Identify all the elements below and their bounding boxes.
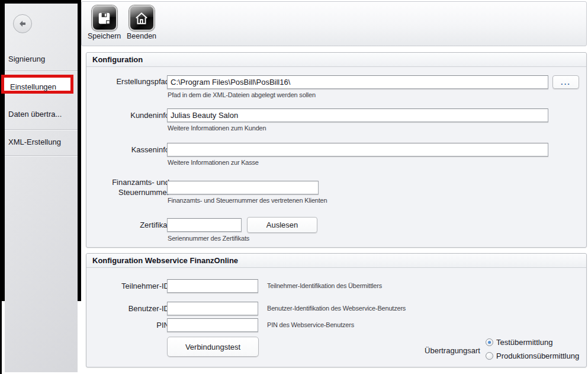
radio-label: Testübermittlung	[496, 338, 552, 347]
erstellungspfad-label: Erstellungspfad	[92, 77, 169, 86]
finanzamt-input[interactable]	[167, 181, 319, 194]
benutzer-id-hint: Benutzer-Identifikation des Webservice-B…	[267, 305, 406, 312]
save-button[interactable]: Speichern	[88, 5, 121, 40]
uebertragungsart-label: Übertragungsart	[385, 346, 480, 355]
sidebar-item-xml-erstellung[interactable]: XML-Erstellung	[5, 134, 78, 151]
app-window: Signierung Einstellungen Daten übertra..…	[0, 0, 588, 374]
group-webservice: Konfiguration Webservice FinanzOnline Te…	[86, 253, 587, 367]
zertifikat-label: Zertifikat	[92, 220, 169, 229]
exit-button-label: Beenden	[127, 32, 156, 40]
kundeninfo-label: Kundeninfo	[92, 111, 169, 120]
teilnehmer-id-label: Teilnehmer-ID	[92, 282, 169, 290]
benutzer-id-input[interactable]	[167, 302, 258, 315]
erstellungspfad-input[interactable]	[167, 75, 548, 89]
finanzamt-label: Finanzamts- und Steuernummer	[92, 177, 169, 197]
sidebar-item-einstellungen annotation-box-einstellungen[interactable]: Einstellungen	[1, 75, 73, 94]
toolbar: Speichern Beenden	[81, 1, 587, 46]
teilnehmer-id-input[interactable]	[167, 279, 258, 293]
zertifikat-hint: Seriennummer des Zertifikats	[168, 235, 249, 242]
window-frame-gap	[78, 0, 81, 301]
save-button-label: Speichern	[88, 32, 121, 40]
window-frame-left-thin	[0, 301, 2, 374]
kundeninfo-input[interactable]	[167, 108, 548, 122]
sidebar-divider	[5, 71, 78, 72]
sidebar-divider	[5, 129, 78, 130]
sidebar-divider	[5, 155, 78, 156]
save-floppy-icon	[92, 5, 117, 31]
radio-option-produktionsuebermittlung[interactable]: Produktionsübermittlung	[486, 351, 579, 360]
kundeninfo-hint: Weitere Informationen zum Kunden	[168, 124, 266, 132]
kasseninfo-hint: Weitere Informationen zur Kasse	[168, 159, 259, 166]
sidebar: Signierung Einstellungen Daten übertra..…	[5, 4, 78, 372]
kasseninfo-label: Kasseninfo	[92, 145, 169, 154]
exit-button[interactable]: Beenden	[127, 5, 156, 40]
sidebar-item-daten-uebertragen[interactable]: Daten übertra...	[5, 106, 78, 123]
pin-label: PIN	[92, 321, 169, 330]
home-icon	[129, 5, 155, 31]
finanzamt-hint: Finanzamts- und Steuernummer des vertret…	[168, 197, 327, 204]
radio-selected-icon	[486, 338, 493, 346]
group-konfiguration-title: Konfiguration	[86, 53, 586, 67]
group-konfiguration: Konfiguration Erstellungspfad ... Pfad i…	[86, 52, 587, 248]
back-arrow-icon	[18, 20, 27, 27]
browse-button[interactable]: ...	[552, 75, 579, 89]
group-webservice-title: Konfiguration Webservice FinanzOnline	[86, 254, 586, 268]
back-button[interactable]	[13, 14, 32, 33]
pin-input[interactable]	[167, 318, 258, 332]
erstellungspfad-hint: Pfad in dem die XML-Dateien abgelegt wer…	[168, 91, 316, 98]
window-frame-left	[0, 0, 5, 301]
auslesen-button[interactable]: Auslesen	[247, 217, 317, 233]
radio-label: Produktionsübermittlung	[496, 351, 579, 360]
kasseninfo-input[interactable]	[167, 143, 548, 156]
benutzer-id-label: Benutzer-ID	[92, 304, 169, 313]
radio-unselected-icon	[486, 352, 493, 360]
teilnehmer-id-hint: Teilnehmer-Identifikation des Übermittle…	[267, 282, 382, 289]
zertifikat-input[interactable]	[167, 218, 242, 232]
verbindungstest-button[interactable]: Verbindungstest	[167, 337, 259, 357]
radio-option-testuebermittlung[interactable]: Testübermittlung	[486, 338, 552, 347]
pin-hint: PIN des Webservice-Benutzers	[267, 321, 354, 328]
sidebar-item-signierung[interactable]: Signierung	[5, 51, 78, 68]
